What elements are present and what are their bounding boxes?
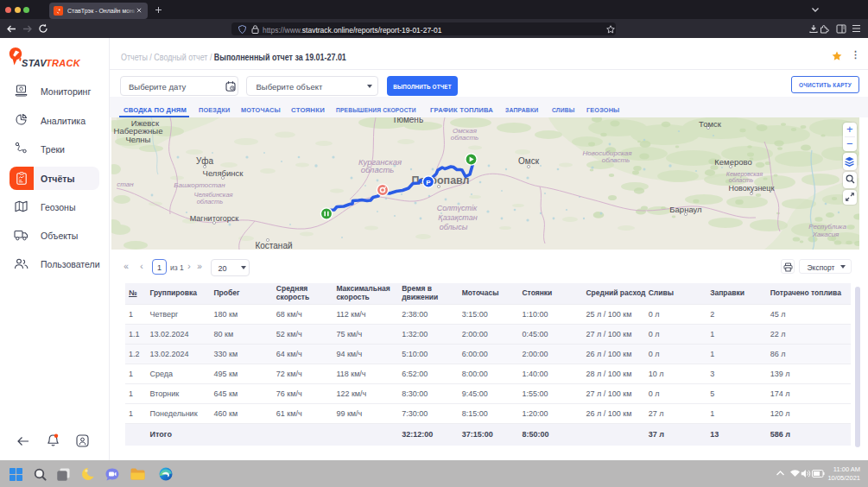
- svg-text:Солтүстік: Солтүстік: [437, 204, 478, 212]
- svg-text:Уфа: Уфа: [196, 156, 214, 166]
- svg-text:область: область: [602, 156, 630, 164]
- svg-text:STAV: STAV: [22, 58, 48, 68]
- svg-text:область: область: [451, 134, 479, 142]
- svg-text:Томск: Томск: [699, 119, 722, 129]
- svg-text:Кемерово: Кемерово: [714, 157, 751, 167]
- svg-text:Омск: Омск: [518, 156, 540, 166]
- svg-text:Тюмень: Тюмень: [392, 117, 423, 124]
- svg-text:TRACK: TRACK: [46, 58, 81, 68]
- svg-text:Челябинск: Челябинск: [203, 168, 244, 178]
- svg-text:область: область: [729, 177, 754, 183]
- svg-text:P: P: [426, 179, 431, 187]
- svg-text:Республика: Республика: [808, 223, 846, 231]
- svg-text:Костанай: Костанай: [255, 241, 292, 250]
- svg-text:облысы: облысы: [440, 223, 468, 231]
- svg-text:Магнитогорск: Магнитогорск: [190, 214, 239, 223]
- svg-text:стан: стан: [117, 180, 134, 188]
- svg-text:Барнаул: Барнаул: [669, 205, 701, 214]
- svg-text:Новокузнецк: Новокузнецк: [729, 184, 775, 193]
- svg-text:область: область: [361, 165, 395, 174]
- svg-text:Хакасия: Хакасия: [812, 231, 839, 238]
- svg-text:Башкортостан: Башкортостан: [174, 181, 225, 189]
- svg-text:Челны: Челны: [126, 135, 151, 144]
- svg-text:область: область: [197, 198, 224, 206]
- svg-text:Қазақстан: Қазақстан: [438, 213, 477, 222]
